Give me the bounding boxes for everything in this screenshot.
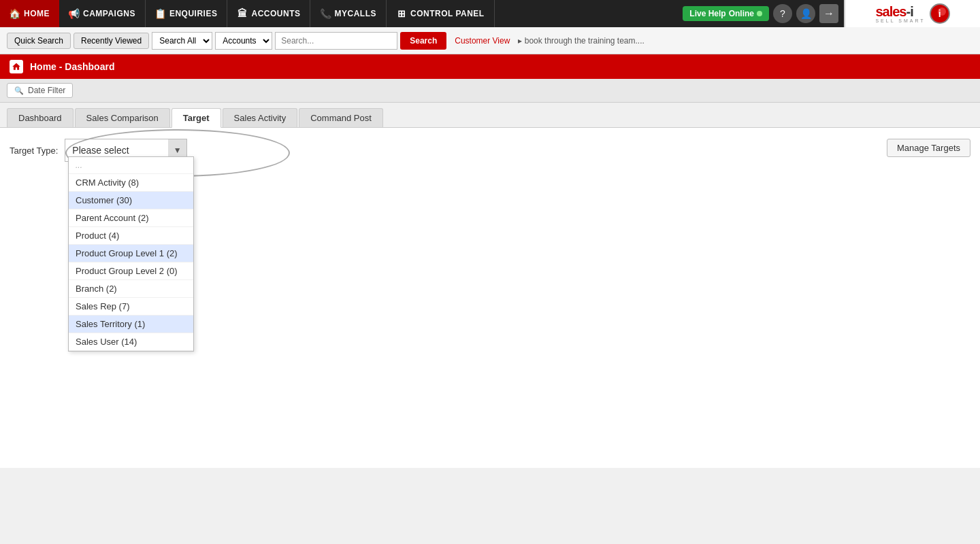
user-button[interactable]: 👤 <box>796 4 815 23</box>
main-content: Manage Targets Target Type: Please selec… <box>0 128 980 468</box>
accounts-icon: 🏛 <box>237 8 248 19</box>
tabs-bar: Dashboard Sales Comparison Target Sales … <box>0 103 980 128</box>
tab-sales-activity[interactable]: Sales Activity <box>223 108 298 127</box>
nav-campaigns[interactable]: 📢 CAMPAIGNS <box>59 0 146 27</box>
target-type-dropdown-list: ... CRM Activity (8) Customer (30) Paren… <box>68 156 194 352</box>
top-navigation: 🏠 HOME 📢 CAMPAIGNS 📋 ENQUIRIES 🏛 ACCOUNT… <box>0 0 980 27</box>
accounts-select[interactable]: Accounts <box>215 32 272 50</box>
filter-bar: 🔍 Date Filter <box>0 79 980 103</box>
training-link[interactable]: book through the training team.... <box>518 36 644 46</box>
salesi-logo: sales-i SELL SMART i <box>844 0 980 27</box>
nav-enquiries[interactable]: 📋 ENQUIRIES <box>146 0 228 27</box>
search-scope-select[interactable]: Search All Accounts <box>152 32 212 50</box>
target-type-label: Target Type: <box>10 146 58 156</box>
list-item-sales-user[interactable]: Sales User (14) <box>69 333 193 351</box>
list-item-branch[interactable]: Branch (2) <box>69 280 193 298</box>
customer-view-link[interactable]: Customer View <box>455 36 510 46</box>
breadcrumb-bar: Home - Dashboard <box>0 54 980 79</box>
list-item-product-group-level-1[interactable]: Product Group Level 1 (2) <box>69 245 193 262</box>
list-item-sales-territory[interactable]: Sales Territory (1) <box>69 316 193 333</box>
list-item-sales-rep[interactable]: Sales Rep (7) <box>69 298 193 316</box>
live-help-button[interactable]: Live Help Online <box>683 6 769 21</box>
search-go-button[interactable]: Search <box>400 32 446 50</box>
salesi-logo-circle: i <box>930 3 950 24</box>
recently-viewed-button[interactable]: Recently Viewed <box>74 33 149 49</box>
mycalls-icon: 📞 <box>320 8 331 19</box>
quick-search-button[interactable]: Quick Search <box>7 33 71 49</box>
search-bar: Quick Search Recently Viewed Search All … <box>0 27 980 54</box>
nav-mycalls[interactable]: 📞 MYCALLS <box>310 0 387 27</box>
tab-dashboard[interactable]: Dashboard <box>7 108 74 127</box>
controlpanel-icon: ⊞ <box>396 8 407 19</box>
accounts-dropdown-group: Accounts <box>215 32 272 50</box>
list-item-parent-account[interactable]: Parent Account (2) <box>69 209 193 227</box>
top-nav-right: Live Help Online ? 👤 → <box>683 4 844 23</box>
search-filter-icon: 🔍 <box>14 86 24 95</box>
home-icon: 🏠 <box>10 8 20 19</box>
enquiries-icon: 📋 <box>155 8 166 19</box>
nav-home[interactable]: 🏠 HOME <box>0 0 59 27</box>
nav-accounts[interactable]: 🏛 ACCOUNTS <box>227 0 310 27</box>
breadcrumb-label: Home - Dashboard <box>30 61 114 72</box>
tab-target[interactable]: Target <box>172 108 221 128</box>
home-breadcrumb-icon <box>10 60 23 73</box>
list-item-product[interactable]: Product (4) <box>69 227 193 245</box>
forward-button[interactable]: → <box>819 4 838 23</box>
search-dropdown-group: Search All Accounts <box>152 32 212 50</box>
list-item-crm-activity[interactable]: CRM Activity (8) <box>69 174 193 192</box>
tab-sales-comparison[interactable]: Sales Comparison <box>75 108 170 127</box>
nav-controlpanel[interactable]: ⊞ CONTROL PANEL <box>387 0 495 27</box>
date-filter-button[interactable]: 🔍 Date Filter <box>7 83 73 98</box>
list-item-product-group-level-2[interactable]: Product Group Level 2 (0) <box>69 262 193 280</box>
live-status-dot <box>757 11 762 16</box>
tab-command-post[interactable]: Command Post <box>299 108 383 127</box>
search-input[interactable] <box>275 32 397 50</box>
list-item-customer[interactable]: Customer (30) <box>69 192 193 209</box>
campaigns-icon: 📢 <box>69 8 80 19</box>
help-button[interactable]: ? <box>773 4 792 23</box>
list-item[interactable]: ... <box>69 157 193 174</box>
